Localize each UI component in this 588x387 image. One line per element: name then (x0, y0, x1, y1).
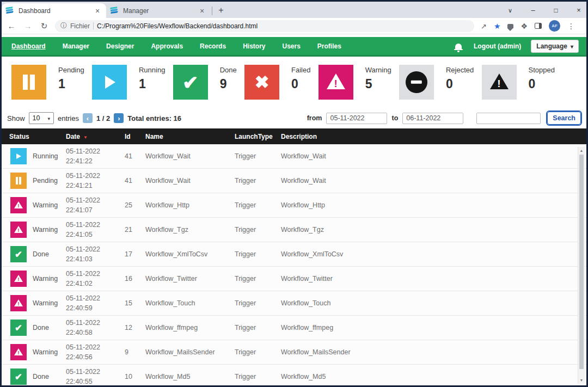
column-header-date[interactable]: Date (66, 133, 125, 140)
from-label: from (307, 114, 322, 122)
tab-close-icon[interactable] (93, 7, 102, 15)
column-header-launchtype[interactable]: LaunchType (235, 133, 281, 140)
row-date-cell: 05-11-2022 22:41:05 (66, 220, 125, 239)
browser-tab-manager[interactable]: Manager (106, 3, 211, 18)
table-row[interactable]: Warning 05-11-2022 22:41:05 21 Workflow_… (2, 218, 586, 242)
table-scrollbar[interactable] (578, 147, 585, 384)
table-controls: Show 10 entries 1 / 2 Total entries: 16 … (2, 108, 586, 128)
column-header-description[interactable]: Description (281, 133, 586, 140)
row-launchtype: Trigger (235, 250, 281, 258)
row-id: 41 (125, 177, 145, 185)
scrollbar-thumb[interactable] (579, 155, 584, 369)
row-time: 22:40:58 (66, 328, 125, 337)
status-card-icon (399, 65, 434, 100)
nav-item-records[interactable]: Records (200, 42, 226, 50)
language-label: Language (536, 42, 567, 50)
status-icon (10, 295, 27, 311)
row-date-cell: 05-11-2022 22:40:58 (66, 318, 125, 337)
row-id: 21 (125, 226, 145, 234)
shield-extension-icon[interactable] (507, 24, 513, 28)
notifications-bell-icon[interactable] (455, 44, 462, 49)
row-date: 05-11-2022 (66, 367, 125, 377)
new-tab-button[interactable] (215, 4, 228, 17)
browser-tab-dashboard[interactable]: Dashboard (2, 3, 106, 18)
side-panel-icon[interactable] (535, 23, 542, 29)
maximize-button[interactable] (552, 6, 560, 14)
browser-menu-icon[interactable] (567, 21, 575, 31)
scrollbar-up-arrow-icon[interactable] (578, 147, 585, 154)
tab-search-chevron-icon[interactable] (506, 6, 514, 14)
reload-button[interactable] (39, 21, 50, 31)
row-launchtype: Trigger (235, 299, 281, 307)
minimize-button[interactable] (529, 6, 537, 14)
status-icon (10, 173, 27, 189)
address-separator (93, 22, 94, 29)
table-row[interactable]: Done 05-11-2022 22:41:03 17 Workflow_Xml… (2, 242, 586, 267)
row-status-cell: Done (9, 246, 66, 262)
row-id: 41 (125, 152, 145, 160)
table-row[interactable]: Warning 05-11-2022 22:40:56 9 Workflow_M… (2, 340, 586, 365)
table-row[interactable]: Done 05-11-2022 22:40:58 12 Workflow_ffm… (2, 316, 586, 340)
table-row[interactable]: Running 05-11-2022 22:41:22 41 Workflow_… (2, 144, 586, 169)
row-name: Workflow_Twitter (145, 275, 235, 282)
nav-item-dashboard[interactable]: Dashboard (11, 42, 46, 50)
row-status-label: Done (33, 324, 49, 331)
back-button[interactable] (6, 21, 17, 30)
nav-item-users[interactable]: Users (282, 42, 300, 50)
from-date-input[interactable] (326, 113, 387, 124)
search-input[interactable] (476, 113, 541, 124)
row-time: 22:41:03 (66, 254, 125, 264)
share-icon[interactable] (481, 21, 487, 31)
row-name: Workflow_ffmpeg (145, 324, 235, 331)
browser-window: Dashboard Manager Fichier C:/Program%20F… (0, 0, 588, 387)
row-description: Workflow_Md5 (281, 373, 586, 380)
extensions-puzzle-icon[interactable] (520, 21, 528, 31)
sort-desc-icon (83, 133, 88, 140)
nav-item-designer[interactable]: Designer (106, 42, 134, 50)
row-id: 15 (125, 299, 145, 307)
chevron-down-icon (47, 114, 50, 122)
status-card-icon (11, 65, 46, 100)
table-row[interactable]: Done 05-11-2022 22:40:55 10 Workflow_Md5… (2, 365, 586, 385)
column-header-name[interactable]: Name (145, 133, 235, 140)
logout-link[interactable]: Logout (admin) (474, 42, 521, 50)
language-dropdown[interactable]: Language (531, 40, 579, 53)
forward-button[interactable] (22, 21, 33, 30)
column-header-status[interactable]: Status (9, 133, 66, 140)
table-row[interactable]: Warning 05-11-2022 22:40:59 15 Workflow_… (2, 291, 586, 316)
row-id: 9 (125, 348, 145, 356)
page-info-icon[interactable] (60, 21, 67, 30)
next-page-button[interactable] (114, 113, 124, 123)
table-row[interactable]: Warning 05-11-2022 22:41:07 25 Workflow_… (2, 193, 586, 218)
row-name: Workflow_Tgz (145, 226, 235, 234)
scrollbar-down-arrow-icon[interactable] (578, 377, 585, 384)
row-description: Workflow_MailsSender (281, 348, 586, 356)
close-window-button[interactable] (574, 6, 583, 14)
row-launchtype: Trigger (235, 226, 281, 234)
previous-page-button[interactable] (83, 113, 93, 123)
to-date-input[interactable] (402, 113, 463, 124)
nav-item-history[interactable]: History (243, 42, 265, 50)
table-row[interactable]: Pending 05-11-2022 22:41:21 41 Workflow_… (2, 169, 586, 193)
row-time: 22:41:07 (66, 205, 125, 215)
nav-item-manager[interactable]: Manager (63, 42, 89, 50)
row-name: Workflow_MailsSender (145, 348, 235, 356)
status-card-count: 9 (220, 77, 237, 91)
address-bar[interactable]: Fichier C:/Program%20Files/Wexflow/Backe… (55, 20, 474, 32)
row-status-cell: Running (9, 148, 66, 164)
window-controls (506, 2, 583, 18)
row-status-cell: Done (9, 320, 66, 336)
nav-item-profiles[interactable]: Profiles (317, 42, 341, 50)
column-header-id[interactable]: Id (125, 133, 145, 140)
search-button[interactable]: Search (547, 112, 581, 125)
page-size-select[interactable]: 10 (29, 112, 54, 124)
bookmark-star-icon[interactable] (494, 21, 501, 31)
nav-item-approvals[interactable]: Approvals (151, 42, 183, 50)
profile-avatar[interactable]: AF (549, 20, 560, 32)
tab-close-icon[interactable] (198, 7, 206, 15)
row-date: 05-11-2022 (66, 146, 125, 156)
table-row[interactable]: Warning 05-11-2022 22:41:02 16 Workflow_… (2, 267, 586, 291)
row-date: 05-11-2022 (66, 171, 125, 181)
row-description: Workflow_Twitter (281, 275, 586, 282)
row-name: Workflow_XmlToCsv (145, 250, 235, 258)
